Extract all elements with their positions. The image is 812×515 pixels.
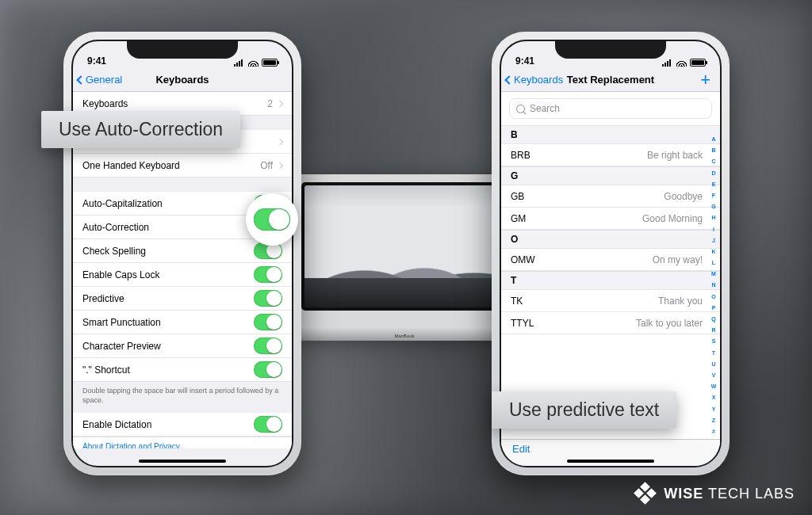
index-letter[interactable]: D xyxy=(710,170,718,176)
index-letter[interactable]: O xyxy=(710,294,718,299)
index-letter[interactable]: M xyxy=(710,271,718,277)
search-icon xyxy=(516,105,525,113)
index-letter[interactable]: Y xyxy=(710,406,718,412)
row-smart-punctuation[interactable]: Smart Punctuation xyxy=(73,311,292,334)
wifi-icon xyxy=(676,59,687,67)
chevron-left-icon xyxy=(504,75,513,84)
index-letter[interactable]: S xyxy=(710,338,718,344)
index-letter[interactable]: F xyxy=(710,193,718,198)
index-letter[interactable]: U xyxy=(710,361,718,367)
toggle-switch[interactable] xyxy=(254,314,282,330)
index-letter[interactable]: J xyxy=(710,238,718,243)
toggle-switch xyxy=(254,208,290,231)
index-letter[interactable]: H xyxy=(710,215,718,220)
index-letter[interactable]: P xyxy=(710,305,718,311)
index-letter[interactable]: G xyxy=(710,204,718,209)
home-indicator[interactable] xyxy=(139,460,226,463)
macbook-label: MacBook xyxy=(293,334,515,338)
replacement-row[interactable]: GBGoodbye xyxy=(501,185,720,208)
toggle-switch[interactable] xyxy=(254,338,282,354)
index-letter[interactable]: Q xyxy=(710,316,718,322)
page-title: Text Replacement xyxy=(567,74,654,86)
cellular-icon xyxy=(662,59,673,67)
phone-keyboards-settings: 9:41 General Keyboards Keyboards 2 Text … xyxy=(63,32,301,475)
toggle-switch[interactable] xyxy=(254,361,282,378)
index-letter[interactable]: # xyxy=(710,429,718,434)
index-letter[interactable]: E xyxy=(710,181,718,187)
row-label: Auto-Capitalization xyxy=(82,198,163,209)
index-letter[interactable]: V xyxy=(710,372,718,378)
home-indicator[interactable] xyxy=(567,460,654,463)
footer-note: Double tapping the space bar will insert… xyxy=(73,382,292,413)
index-letter[interactable]: A xyxy=(710,136,718,142)
index-letter[interactable]: K xyxy=(710,249,718,254)
row-check-spelling[interactable]: Check Spelling xyxy=(73,239,292,263)
nav-bar: Keyboards Text Replacement + xyxy=(501,68,720,92)
row-enable-caps-lock[interactable]: Enable Caps Lock xyxy=(73,263,292,287)
chevron-left-icon xyxy=(76,75,85,84)
back-button[interactable]: Keyboards xyxy=(506,74,563,86)
shortcut-text: TTYL xyxy=(511,318,534,329)
toggle-switch[interactable] xyxy=(254,416,282,433)
chevron-right-icon xyxy=(277,162,283,168)
page-title: Keyboards xyxy=(155,74,209,86)
status-time: 9:41 xyxy=(515,55,534,67)
row-one-handed-keyboard[interactable]: One Handed Keyboard Off xyxy=(73,154,292,177)
brand-watermark: WISE TECH LABS xyxy=(635,483,795,504)
battery-icon xyxy=(690,59,706,67)
row-label: One Handed Keyboard xyxy=(82,160,180,171)
back-label: General xyxy=(86,74,122,86)
alphabet-index[interactable]: ABCDEFGHIJKLMNOPQRSTUVWXYZ# xyxy=(710,136,718,434)
row-predictive[interactable]: Predictive xyxy=(73,287,292,311)
row-label: Keyboards xyxy=(82,98,128,109)
index-letter[interactable]: C xyxy=(710,158,718,164)
index-letter[interactable]: B xyxy=(710,147,718,153)
row-character-preview[interactable]: Character Preview xyxy=(73,334,292,358)
row-label: Auto-Correction xyxy=(82,222,149,233)
back-label: Keyboards xyxy=(514,74,563,86)
toggle-switch[interactable] xyxy=(254,266,282,283)
index-letter[interactable]: L xyxy=(710,260,718,265)
index-letter[interactable]: I xyxy=(710,227,718,232)
nav-bar: General Keyboards xyxy=(73,68,292,92)
row-value: Off xyxy=(260,160,273,171)
shortcut-text: BRB xyxy=(511,150,530,161)
index-letter[interactable]: T xyxy=(710,350,718,356)
dictation-privacy-link[interactable]: About Dictation and Privacy... xyxy=(73,437,292,448)
cellular-icon xyxy=(234,59,245,67)
shortcut-text: TK xyxy=(511,296,523,307)
brand-bold: WISE xyxy=(664,486,703,502)
section-header: T xyxy=(501,271,720,290)
replacement-row[interactable]: OMWOn my way! xyxy=(501,249,720,271)
row-label: Check Spelling xyxy=(82,246,146,257)
row-label: Enable Dictation xyxy=(82,419,151,430)
search-input[interactable]: Search xyxy=(509,98,712,119)
row-label: "." Shortcut xyxy=(82,364,130,376)
section-header: B xyxy=(501,125,720,144)
back-button[interactable]: General xyxy=(78,74,122,86)
replacement-row[interactable]: GMGood Morning xyxy=(501,208,720,230)
add-button[interactable]: + xyxy=(700,72,710,88)
phrase-text: Talk to you later xyxy=(636,318,703,329)
replacement-row[interactable]: TTYLTalk to you later xyxy=(501,312,720,334)
phrase-text: Goodbye xyxy=(664,191,703,202)
edit-button[interactable]: Edit xyxy=(512,443,530,455)
row-shortcut[interactable]: "." Shortcut xyxy=(73,358,292,382)
index-letter[interactable]: X xyxy=(710,395,718,400)
row-enable-dictation[interactable]: Enable Dictation xyxy=(73,413,292,437)
index-letter[interactable]: Z xyxy=(710,418,718,423)
index-letter[interactable]: N xyxy=(710,282,718,288)
phrase-text: Good Morning xyxy=(642,213,703,224)
row-label: Predictive xyxy=(82,293,124,304)
section-header: G xyxy=(501,166,720,185)
phrase-text: On my way! xyxy=(653,254,703,265)
replacement-row[interactable]: TKThank you xyxy=(501,290,720,312)
brand-rest: TECH LABS xyxy=(703,486,795,502)
replacement-row[interactable]: BRBBe right back xyxy=(501,144,720,166)
shortcut-text: GM xyxy=(511,213,526,224)
toggle-switch[interactable] xyxy=(254,290,282,307)
index-letter[interactable]: R xyxy=(710,327,718,333)
notch xyxy=(555,41,666,59)
index-letter[interactable]: W xyxy=(710,383,718,389)
shortcut-text: GB xyxy=(511,191,524,202)
